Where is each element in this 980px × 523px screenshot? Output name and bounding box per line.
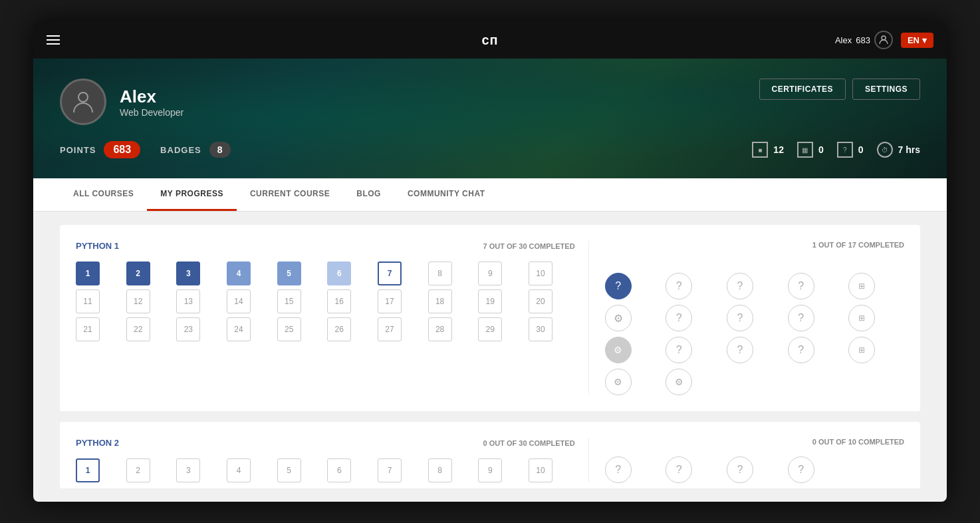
p2-lesson-4[interactable]: 4 (227, 458, 251, 482)
lesson-14[interactable]: 14 (227, 289, 251, 313)
lesson-29[interactable]: 29 (478, 317, 502, 341)
p2-lesson-9[interactable]: 9 (478, 458, 502, 482)
lesson-21[interactable]: 21 (76, 317, 100, 341)
stat2-value: 0 (818, 144, 824, 155)
tab-blog[interactable]: BLOG (343, 178, 394, 211)
lesson-7[interactable]: 7 (378, 262, 402, 285)
lesson-11[interactable]: 11 (76, 289, 100, 313)
badge-cell-7[interactable]: ? (666, 305, 692, 331)
hero-stats: POINTS 683 BADGES 8 ■ 12 ▦ 0 (60, 141, 920, 158)
lesson-1[interactable]: 1 (76, 262, 100, 285)
badge-cell-11[interactable]: ⚙ (605, 337, 632, 363)
p2-lesson-6[interactable]: 6 (327, 458, 351, 482)
badge-cell-14[interactable]: ? (788, 337, 814, 363)
lang-chevron-icon: ▾ (922, 35, 927, 45)
lesson-30[interactable]: 30 (529, 317, 552, 341)
settings-button[interactable]: SETTINGS (852, 79, 920, 100)
p2-lesson-10[interactable]: 10 (529, 458, 552, 482)
badge-cell-17[interactable]: ⚙ (666, 369, 692, 395)
p2-badge-3[interactable]: ? (727, 456, 753, 483)
course-left-python2: PYTHON 2 0 OUT OF 30 COMPLETED 1 2 3 4 5… (76, 438, 589, 482)
p2-lesson-3[interactable]: 3 (176, 458, 200, 482)
lesson-16[interactable]: 16 (327, 289, 351, 313)
lesson-20[interactable]: 20 (529, 289, 552, 313)
course-right-header-python1: 1 OUT OF 17 COMPLETED (605, 241, 904, 249)
tab-community-chat[interactable]: COMMUNITY CHAT (394, 178, 499, 211)
lesson-15[interactable]: 15 (277, 289, 301, 313)
lesson-3[interactable]: 3 (176, 262, 200, 285)
lesson-6[interactable]: 6 (327, 262, 351, 285)
badge-cell-6[interactable]: ⚙ (605, 305, 632, 331)
badge-cell-12[interactable]: ? (666, 337, 692, 363)
lesson-26[interactable]: 26 (327, 317, 351, 341)
lesson-28[interactable]: 28 (428, 317, 452, 341)
certificates-button[interactable]: CERTIFICATES (759, 79, 846, 100)
lesson-12[interactable]: 12 (126, 289, 150, 313)
badge-cell-10[interactable]: ⊞ (848, 305, 875, 331)
p2-lesson-2[interactable]: 2 (126, 458, 150, 482)
lesson-9[interactable]: 9 (478, 262, 502, 285)
p2-badge-4[interactable]: ? (788, 456, 814, 483)
lesson-23[interactable]: 23 (176, 317, 200, 341)
nav-user-info: Alex 683 (835, 31, 893, 49)
lesson-13[interactable]: 13 (176, 289, 200, 313)
lesson-grid-python1: 1 2 3 4 5 6 7 8 9 10 11 12 13 14 (76, 262, 575, 341)
points-section: POINTS 683 (60, 141, 140, 158)
hamburger-menu[interactable] (47, 35, 60, 45)
lesson-22[interactable]: 22 (126, 317, 150, 341)
lesson-4[interactable]: 4 (227, 262, 251, 285)
lesson-2[interactable]: 2 (126, 262, 150, 285)
course-header-python1: PYTHON 1 7 OUT OF 30 COMPLETED (76, 241, 575, 251)
badge-cell-3[interactable]: ? (727, 273, 753, 299)
lesson-10[interactable]: 10 (529, 262, 552, 285)
stat1-value: 12 (773, 144, 784, 155)
language-button[interactable]: EN ▾ (901, 33, 933, 48)
stat3-value: 0 (858, 144, 864, 155)
stat-certificates-icon: ▦ (797, 142, 813, 158)
badge-cell-9[interactable]: ? (788, 305, 814, 331)
lesson-5[interactable]: 5 (277, 262, 301, 285)
icon-grid-python1: ? ? ? ? ⊞ ⚙ ? ? ? ⊞ ⚙ ? ? (605, 273, 904, 395)
points-label: POINTS (60, 145, 96, 155)
course-card-python1: PYTHON 1 7 OUT OF 30 COMPLETED 1 2 3 4 5… (60, 225, 920, 411)
p2-lesson-5[interactable]: 5 (277, 458, 301, 482)
badge-cell-2[interactable]: ? (666, 273, 692, 299)
p2-badge-2[interactable]: ? (666, 456, 692, 483)
badge-cell-13[interactable]: ? (727, 337, 753, 363)
stat-certificates: ▦ 0 (797, 142, 824, 158)
course-progress-python1: 7 OUT OF 30 COMPLETED (483, 242, 574, 250)
badge-cell-16[interactable]: ⚙ (605, 369, 632, 395)
app-logo: cп (481, 33, 498, 48)
nav-user-points: 683 (856, 35, 870, 45)
tab-current-course[interactable]: CURRENT COURSE (237, 178, 343, 211)
p2-lesson-1[interactable]: 1 (76, 458, 100, 482)
lesson-grid-python2: 1 2 3 4 5 6 7 8 9 10 (76, 458, 575, 482)
course-title-python2: PYTHON 2 (76, 438, 119, 448)
lesson-18[interactable]: 18 (428, 289, 452, 313)
lesson-24[interactable]: 24 (227, 317, 251, 341)
stat-completed: ■ 12 (752, 142, 784, 158)
lesson-8[interactable]: 8 (428, 262, 452, 285)
course-progress-python2: 0 OUT OF 30 COMPLETED (483, 439, 574, 447)
course-title-python1: PYTHON 1 (76, 241, 119, 251)
badge-cell-1[interactable]: ? (605, 273, 632, 299)
badge-cell-15[interactable]: ⊞ (848, 337, 875, 363)
p2-lesson-7[interactable]: 7 (378, 458, 402, 482)
p2-badge-1[interactable]: ? (605, 456, 632, 483)
badge-cell-8[interactable]: ? (727, 305, 753, 331)
lesson-27[interactable]: 27 (378, 317, 402, 341)
lesson-19[interactable]: 19 (478, 289, 502, 313)
stat-quiz-icon: ? (837, 142, 853, 158)
tab-my-progress[interactable]: MY PROGRESS (147, 178, 237, 211)
lesson-17[interactable]: 17 (378, 289, 402, 313)
badge-cell-4[interactable]: ? (788, 273, 814, 299)
badges-section: BADGES 8 (160, 142, 230, 158)
screen-wrapper: cп Alex 683 EN ▾ (33, 21, 947, 502)
points-value: 683 (104, 141, 140, 158)
p2-lesson-8[interactable]: 8 (428, 458, 452, 482)
lesson-25[interactable]: 25 (277, 317, 301, 341)
badge-cell-5[interactable]: ⊞ (848, 273, 875, 299)
tab-all-courses[interactable]: ALL COURSES (60, 178, 147, 211)
course-right-python1: 1 OUT OF 17 COMPLETED ? ? ? ? ⊞ ⚙ ? ? ? (589, 241, 904, 395)
tabs-bar: ALL COURSES MY PROGRESS CURRENT COURSE B… (33, 178, 947, 212)
